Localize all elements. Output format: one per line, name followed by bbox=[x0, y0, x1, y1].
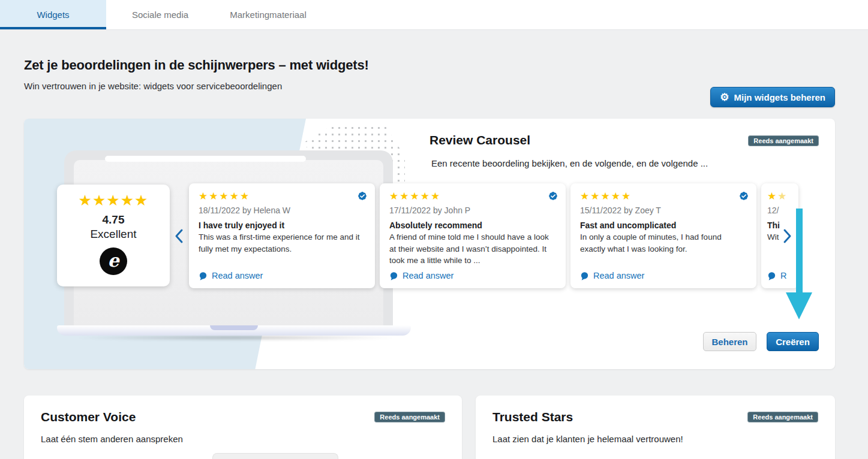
read-answer-label: Read answer bbox=[593, 271, 644, 280]
review-text: In only a couple of minutes, I had found… bbox=[580, 231, 747, 255]
status-badge: Reeds aangemaakt bbox=[748, 135, 819, 146]
carousel-description: Een recente beoordeling bekijken, en de … bbox=[431, 158, 708, 168]
main-content: Zet je beoordelingen in de schijnwerpers… bbox=[24, 58, 835, 459]
chevron-right-icon[interactable] bbox=[782, 228, 793, 247]
verified-seal-icon bbox=[357, 191, 368, 204]
carousel-title: Review Carousel bbox=[430, 133, 530, 147]
tutorial-arrow-head bbox=[786, 292, 812, 319]
verified-seal-icon bbox=[738, 191, 749, 204]
review-stars: ★★★★★ bbox=[199, 191, 365, 201]
tab-sociale-media[interactable]: Sociale media bbox=[106, 0, 214, 29]
review-stars: ★★ bbox=[767, 191, 792, 201]
rating-summary-card: ★★★★★ 4.75 Excellent e bbox=[57, 185, 170, 286]
review-card: ★★★★★ 15/11/2022 by Zoey T Fast and unco… bbox=[570, 183, 756, 288]
tab-widgets[interactable]: Widgets bbox=[0, 0, 106, 29]
chevron-left-icon[interactable] bbox=[173, 228, 184, 247]
widget-cards-row: Customer Voice Reeds aangemaakt Laat één… bbox=[24, 395, 835, 459]
review-text: A friend of mine told me I should have a… bbox=[389, 231, 556, 267]
review-title: Fast and uncomplicated bbox=[580, 221, 747, 230]
read-answer-label: R bbox=[780, 271, 786, 280]
rating-stars: ★★★★★ bbox=[57, 192, 170, 209]
widget-description: Laat zien dat je klanten je helemaal ver… bbox=[492, 434, 683, 444]
manage-widgets-button[interactable]: ⚙ Mijn widgets beheren bbox=[710, 87, 835, 107]
review-carousel-card: Review Carousel Een recente beoordeling … bbox=[24, 119, 835, 369]
read-answer-label: Read answer bbox=[212, 271, 263, 280]
speech-bubble-icon bbox=[199, 271, 208, 280]
read-answer-link[interactable]: Read answer bbox=[580, 271, 644, 280]
status-badge: Reeds aangemaakt bbox=[747, 412, 818, 422]
tutorial-arrow bbox=[796, 209, 803, 293]
widget-title: Customer Voice bbox=[41, 410, 136, 424]
review-stars: ★★★★★ bbox=[580, 191, 747, 201]
read-answer-link[interactable]: Read answer bbox=[389, 271, 453, 280]
speech-bubble-icon bbox=[389, 271, 398, 280]
review-date: 12/ bbox=[767, 206, 792, 215]
review-title: Absolutely recommend bbox=[389, 221, 556, 230]
rating-label: Excellent bbox=[57, 228, 170, 241]
laptop-base bbox=[57, 325, 411, 336]
laptop-shadow bbox=[72, 335, 399, 340]
review-card: ★★★★★ 17/11/2022 by John P Absolutely re… bbox=[380, 183, 566, 288]
review-date: 17/11/2022 by John P bbox=[389, 206, 556, 215]
read-answer-link[interactable]: R bbox=[767, 271, 786, 280]
laptop-notch bbox=[210, 325, 258, 330]
beheren-button[interactable]: Beheren bbox=[703, 332, 756, 351]
review-date: 18/11/2022 by Helena W bbox=[199, 206, 365, 215]
tab-marketingmateriaal[interactable]: Marketingmateriaal bbox=[214, 0, 322, 29]
widget-description: Laat één stem anderen aanspreken bbox=[41, 434, 183, 444]
review-card: ★★★★★ 18/11/2022 by Helena W I have trul… bbox=[189, 183, 375, 288]
status-badge: Reeds aangemaakt bbox=[374, 412, 445, 422]
review-stars: ★★★★★ bbox=[389, 191, 556, 201]
customer-voice-card: Customer Voice Reeds aangemaakt Laat één… bbox=[24, 395, 462, 459]
read-answer-link[interactable]: Read answer bbox=[199, 271, 263, 280]
rating-score: 4.75 bbox=[57, 213, 170, 227]
page-title: Zet je beoordelingen in de schijnwerpers… bbox=[24, 58, 835, 73]
verified-seal-icon bbox=[548, 191, 558, 204]
gear-icon: ⚙ bbox=[720, 92, 729, 102]
etrusted-logo: e bbox=[100, 247, 127, 275]
review-text: This was a first-time experience for me … bbox=[199, 231, 365, 255]
trusted-stars-card: Trusted Stars Reeds aangemaakt Laat zien… bbox=[476, 395, 835, 459]
widget-preview bbox=[212, 453, 338, 459]
speech-bubble-icon bbox=[767, 271, 776, 280]
speech-bubble-icon bbox=[580, 271, 589, 280]
review-date: 15/11/2022 by Zoey T bbox=[580, 206, 747, 215]
top-tab-bar: Widgets Sociale media Marketingmateriaal bbox=[0, 0, 868, 30]
creeren-button[interactable]: Creëren bbox=[767, 332, 819, 351]
widget-title: Trusted Stars bbox=[492, 410, 573, 424]
review-title: I have truly enjoyed it bbox=[199, 221, 365, 230]
laptop-top-slot bbox=[105, 156, 306, 162]
manage-widgets-button-label: Mijn widgets beheren bbox=[734, 92, 825, 102]
read-answer-label: Read answer bbox=[403, 271, 453, 280]
